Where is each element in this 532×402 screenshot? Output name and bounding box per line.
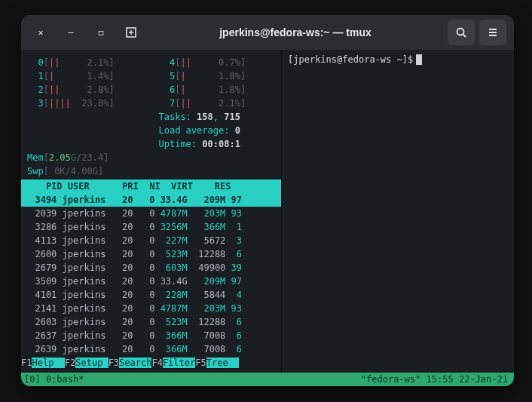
shell-prompt: [jperkins@fedora-ws ~]$ <box>288 54 508 65</box>
cpu-meter-1: 1[| 1.4%] <box>27 69 144 83</box>
htop-meters: 0[|| 2.1%] 1[| 1.4%] 2[|| 2.8%] 3[|||| 2… <box>21 50 281 180</box>
titlebar: ✕ — ◻ jperkins@fedora-ws:~ — tmux <box>21 15 514 50</box>
cpu-meter-6: 6[| 1.8%] <box>159 83 276 97</box>
cursor <box>416 54 422 65</box>
uptime-line: Uptime: 00:08:1 <box>159 137 276 151</box>
load-line: Load average: 0 <box>159 124 276 137</box>
close-button[interactable]: ✕ <box>29 20 53 44</box>
process-row[interactable]: 3494 jperkins 20 0 33.4G 209M 97 <box>21 193 281 207</box>
search-button[interactable] <box>448 20 475 45</box>
process-row[interactable]: 2141 jperkins 20 0 4787M 203M 93 <box>21 302 281 315</box>
svg-point-3 <box>457 29 464 35</box>
fn-f1[interactable]: F1 <box>21 358 32 368</box>
fn-f4-label[interactable]: Filter <box>163 358 195 368</box>
process-table[interactable]: 3494 jperkins 20 0 33.4G 209M 97 2039 jp… <box>21 193 281 356</box>
minimize-button[interactable]: — <box>59 20 83 44</box>
mem-meter: Mem[2.05G/23.4] <box>27 151 275 164</box>
fn-f3[interactable]: F3 <box>109 358 119 368</box>
process-row[interactable]: 4101 jperkins 20 0 228M 5844 4 <box>21 288 281 302</box>
cpu-meter-7: 7[|| 2.1%] <box>159 97 276 110</box>
process-row[interactable]: 2600 jperkins 20 0 523M 12288 6 <box>21 247 281 261</box>
cpu-meter-4: 4[|| 0.7%] <box>159 56 276 69</box>
fn-f2-label[interactable]: Setup <box>75 358 108 368</box>
process-row[interactable]: 2039 jperkins 20 0 4787M 203M 93 <box>21 207 281 220</box>
fn-f3-label[interactable]: Search <box>119 358 151 368</box>
cpu-meter-5: 5[| 1.8%] <box>159 69 276 83</box>
maximize-button[interactable]: ◻ <box>89 20 113 44</box>
cpu-meter-3: 3[|||| 23.0%] <box>27 97 144 110</box>
cpu-meter-2: 2[|| 2.8%] <box>27 83 144 97</box>
fn-f4[interactable]: F4 <box>151 358 162 368</box>
new-tab-button[interactable] <box>119 20 143 44</box>
process-row[interactable]: 3509 jperkins 20 0 33.4G 209M 97 <box>21 275 281 288</box>
process-row[interactable]: 2637 jperkins 20 0 366M 7008 6 <box>21 329 281 342</box>
tmux-status-right: "fedora-ws" 15:55 22-Jan-21 <box>361 374 514 385</box>
function-key-bar[interactable]: F1Help F2Setup F3SearchF4FilterF5Tree <box>21 356 281 370</box>
fn-f5[interactable]: F5 <box>195 358 206 368</box>
fn-f5-label[interactable]: Tree <box>206 358 239 368</box>
process-row[interactable]: 2639 jperkins 20 0 366M 7008 6 <box>21 342 281 356</box>
process-row[interactable]: 2679 jperkins 20 0 603M 49900 39 <box>21 261 281 275</box>
tmux-status-left: [0] 0:bash* <box>21 374 84 385</box>
process-row[interactable]: 2603 jperkins 20 0 523M 12288 6 <box>21 315 281 329</box>
cpu-meter-0: 0[|| 2.1%] <box>27 56 144 69</box>
shell-pane[interactable]: [jperkins@fedora-ws ~]$ <box>282 50 514 373</box>
terminal-body: 0[|| 2.1%] 1[| 1.4%] 2[|| 2.8%] 3[|||| 2… <box>21 50 514 386</box>
search-icon <box>455 26 467 38</box>
fn-f1-label[interactable]: Help <box>32 358 64 368</box>
process-row[interactable]: 3286 jperkins 20 0 3256M 366M 1 <box>21 220 281 234</box>
tasks-line: Tasks: 158, 715 <box>159 110 276 124</box>
htop-pane[interactable]: 0[|| 2.1%] 1[| 1.4%] 2[|| 2.8%] 3[|||| 2… <box>21 50 282 373</box>
swap-meter: Swp[ 0K/4.00G] <box>27 164 275 178</box>
process-row[interactable]: 4113 jperkins 20 0 227M 5672 3 <box>21 234 281 247</box>
hamburger-icon <box>487 26 499 38</box>
svg-line-4 <box>463 35 466 38</box>
window-title: jperkins@fedora-ws:~ — tmux <box>149 26 442 38</box>
fn-f2[interactable]: F2 <box>65 358 75 368</box>
terminal-window: ✕ — ◻ jperkins@fedora-ws:~ — tmux <box>21 15 514 386</box>
new-tab-icon <box>125 26 137 38</box>
tmux-status-bar: [0] 0:bash* "fedora-ws" 15:55 22-Jan-21 <box>21 373 514 386</box>
process-table-header[interactable]: PID USER PRI NI VIRT RES <box>21 180 281 193</box>
menu-button[interactable] <box>479 20 506 45</box>
